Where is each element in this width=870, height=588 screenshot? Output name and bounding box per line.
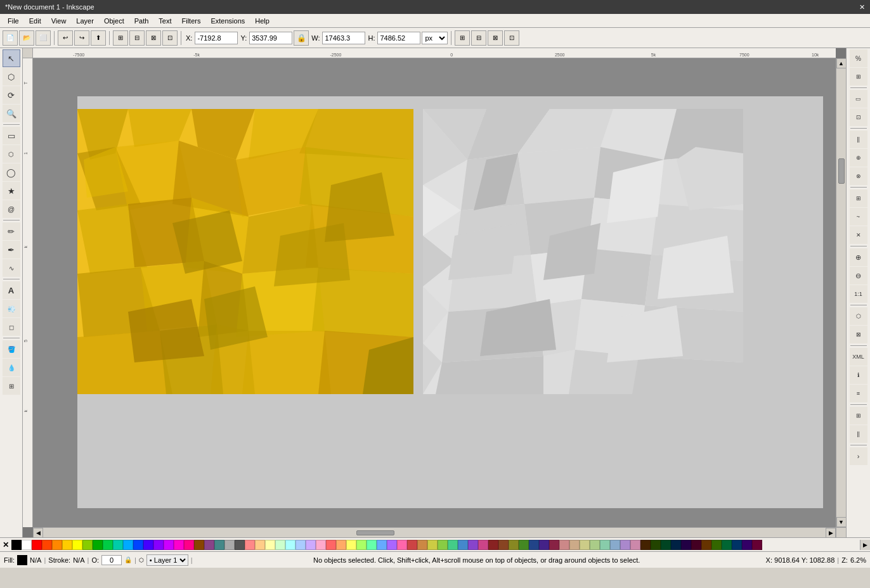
palette-color-swatch[interactable] xyxy=(539,540,549,550)
paint-bucket-tool[interactable]: 🪣 xyxy=(3,340,20,358)
hscroll-bar-area[interactable]: ◀ ▶ xyxy=(33,527,836,537)
palette-color-swatch[interactable] xyxy=(691,540,701,550)
canvas-area[interactable]: -7500 -5k -2500 0 2500 5k 7500 10k T 1 k… xyxy=(23,48,846,537)
palette-color-swatch[interactable] xyxy=(580,540,590,550)
transform-btn3[interactable]: ⊠ xyxy=(488,30,503,46)
menu-help[interactable]: Help xyxy=(250,16,275,26)
palette-color-swatch[interactable] xyxy=(732,540,742,550)
palette-color-swatch[interactable] xyxy=(194,540,204,550)
snap-guide-btn[interactable]: || xyxy=(850,131,867,148)
eraser-tool[interactable]: ◻ xyxy=(3,318,20,336)
new-btn[interactable]: 📄 xyxy=(3,30,18,46)
palette-color-swatch[interactable] xyxy=(427,540,438,550)
grid-view-btn[interactable]: ⊞ xyxy=(850,407,867,425)
h-input[interactable] xyxy=(377,32,420,44)
connector-tool[interactable]: ⊞ xyxy=(3,377,20,395)
palette-color-swatch[interactable] xyxy=(285,540,295,550)
canvas-content[interactable] xyxy=(33,58,836,527)
palette-color-swatch[interactable] xyxy=(681,540,691,550)
palette-color-swatch[interactable] xyxy=(52,540,62,550)
palette-color-swatch[interactable] xyxy=(438,540,448,550)
snap-intersect-btn[interactable]: ✕ xyxy=(850,226,867,244)
dialog-open-btn[interactable]: ⬜ xyxy=(36,30,51,46)
palette-color-swatch[interactable] xyxy=(32,540,42,550)
palette-color-swatch[interactable] xyxy=(123,540,133,550)
palette-color-swatch[interactable] xyxy=(62,540,72,550)
palette-color-swatch[interactable] xyxy=(133,540,143,550)
palette-color-swatch[interactable] xyxy=(143,540,153,550)
palette-color-swatch[interactable] xyxy=(367,540,377,550)
lock-ratio-btn[interactable]: 🔒 xyxy=(294,30,309,46)
palette-color-swatch[interactable] xyxy=(245,540,255,550)
color-picker-tool[interactable]: 💧 xyxy=(3,359,20,376)
star-tool[interactable]: ★ xyxy=(3,182,20,200)
pen-tool[interactable]: ✒ xyxy=(3,241,20,259)
palette-color-swatch[interactable] xyxy=(620,540,630,550)
calligraphy-tool[interactable]: ∿ xyxy=(3,259,20,277)
palette-color-swatch[interactable] xyxy=(640,540,651,550)
menu-object[interactable]: Object xyxy=(99,16,129,26)
palette-color-swatch[interactable] xyxy=(498,540,509,550)
guide-view-btn[interactable]: || xyxy=(850,425,867,443)
zoom-tool[interactable]: 🔍 xyxy=(3,105,20,122)
zoom-fit-page-btn[interactable]: ⊞ xyxy=(113,30,128,46)
palette-color-swatch[interactable] xyxy=(651,540,661,550)
palette-color-swatch[interactable] xyxy=(468,540,478,550)
palette-color-swatch[interactable] xyxy=(113,540,123,550)
node-tool[interactable]: ⬡ xyxy=(3,68,20,86)
menu-filters[interactable]: Filters xyxy=(177,16,206,26)
redo-btn[interactable]: ↪ xyxy=(74,30,89,46)
tweak-tool[interactable]: ⟳ xyxy=(3,86,20,104)
menu-view[interactable]: View xyxy=(46,16,72,26)
fill-color-box[interactable] xyxy=(17,555,27,565)
spiral-tool[interactable]: @ xyxy=(3,200,20,218)
palette-color-swatch[interactable] xyxy=(671,540,681,550)
palette-color-swatch[interactable] xyxy=(448,540,458,550)
box3d-tool[interactable]: ⬡ xyxy=(3,145,20,163)
palette-color-swatch[interactable] xyxy=(559,540,569,550)
select-same-btn[interactable]: ⊠ xyxy=(850,326,867,343)
transform-btn2[interactable]: ⊟ xyxy=(471,30,486,46)
palette-color-swatch[interactable] xyxy=(72,540,82,550)
palette-color-swatch[interactable] xyxy=(224,540,235,550)
opacity-input[interactable] xyxy=(101,555,122,565)
palette-color-swatch[interactable] xyxy=(610,540,620,550)
palette-color-swatch[interactable] xyxy=(742,540,752,550)
unit-select[interactable]: px mm cm in xyxy=(422,32,448,44)
x-input[interactable] xyxy=(195,32,238,44)
palette-color-swatch[interactable] xyxy=(255,540,265,550)
palette-color-swatch[interactable] xyxy=(722,540,732,550)
palette-color-swatch[interactable] xyxy=(103,540,113,550)
snap-center-btn[interactable]: ⊕ xyxy=(850,149,867,167)
vscroll-bar[interactable]: ▲ ▼ xyxy=(836,58,846,527)
no-color-btn[interactable]: ✕ xyxy=(0,539,11,551)
xml-editor-btn[interactable]: XML xyxy=(850,348,867,366)
layer-select[interactable]: • Layer 1 xyxy=(146,554,188,566)
snap-nodes-btn[interactable]: ⊞ xyxy=(850,68,867,86)
palette-color-swatch[interactable] xyxy=(752,540,762,550)
close-btn[interactable]: ✕ xyxy=(859,3,865,11)
palette-color-swatch[interactable] xyxy=(701,540,711,550)
snap-bbox-btn[interactable]: ▭ xyxy=(850,90,867,108)
menu-text[interactable]: Text xyxy=(153,16,176,26)
palette-color-swatch[interactable] xyxy=(417,540,427,550)
palette-color-swatch[interactable] xyxy=(569,540,580,550)
zoom-out-btn[interactable]: ⊖ xyxy=(850,267,867,284)
zoom-fit-sel-btn[interactable]: ⊠ xyxy=(146,30,161,46)
palette-color-swatch[interactable] xyxy=(600,540,610,550)
palette-color-swatch[interactable] xyxy=(265,540,275,550)
palette-color-swatch[interactable] xyxy=(488,540,498,550)
palette-color-swatch[interactable] xyxy=(407,540,417,550)
palette-color-swatch[interactable] xyxy=(22,540,32,550)
snap-grid-btn[interactable]: ⊞ xyxy=(850,189,867,207)
hscroll-left[interactable]: ◀ xyxy=(33,528,43,538)
snap-smooth-btn[interactable]: ~ xyxy=(850,208,867,226)
zoom-1to1-btn[interactable]: 1:1 xyxy=(850,285,867,303)
palette-color-swatch[interactable] xyxy=(711,540,722,550)
align-btn[interactable]: ≡ xyxy=(850,385,867,402)
palette-color-swatch[interactable] xyxy=(387,540,397,550)
palette-color-swatch[interactable] xyxy=(519,540,529,550)
palette-color-swatch[interactable] xyxy=(661,540,671,550)
w-input[interactable] xyxy=(322,32,365,44)
palette-color-swatch[interactable] xyxy=(509,540,519,550)
